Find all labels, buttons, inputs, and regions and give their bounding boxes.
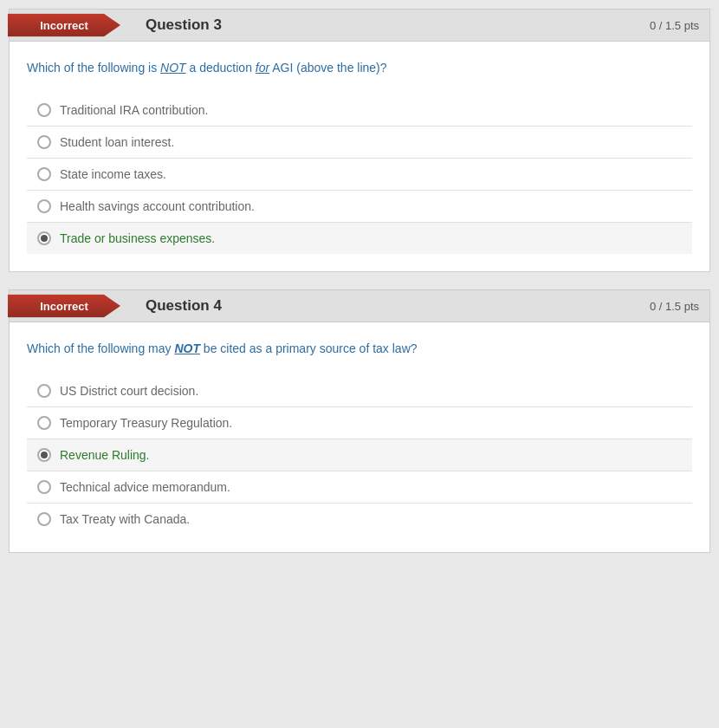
- option-q4d-text: Technical advice memorandum.: [60, 480, 230, 494]
- question-4-body: Which of the following may NOT be cited …: [9, 322, 710, 553]
- question-3-points: 0 / 1.5 pts: [650, 19, 699, 32]
- option-q3a[interactable]: Traditional IRA contribution.: [27, 94, 692, 127]
- option-q3e[interactable]: Trade or business expenses.: [27, 223, 692, 254]
- radio-q4e[interactable]: [37, 512, 51, 526]
- option-q4d[interactable]: Technical advice memorandum.: [27, 471, 692, 504]
- option-q3d-text: Health savings account contribution.: [60, 199, 255, 213]
- radio-q3c[interactable]: [37, 167, 51, 181]
- option-q4b[interactable]: Temporary Treasury Regulation.: [27, 407, 692, 439]
- incorrect-badge-q4: Incorrect: [8, 295, 120, 318]
- option-q3c[interactable]: State income taxes.: [27, 159, 692, 191]
- option-q4c[interactable]: Revenue Ruling.: [27, 439, 692, 471]
- option-q4a[interactable]: US District court decision.: [27, 375, 692, 407]
- radio-q3e[interactable]: [37, 231, 51, 245]
- question-4-block: Incorrect Question 4 0 / 1.5 pts Which o…: [9, 289, 710, 553]
- radio-q3a[interactable]: [37, 103, 51, 117]
- question-3-text: Which of the following is NOT a deductio…: [27, 59, 692, 77]
- radio-q3d[interactable]: [37, 199, 51, 213]
- radio-q4d[interactable]: [37, 480, 51, 494]
- option-q3d[interactable]: Health savings account contribution.: [27, 191, 692, 223]
- question-3-options: Traditional IRA contribution. Student lo…: [27, 94, 692, 254]
- option-q4c-text: Revenue Ruling.: [60, 448, 150, 462]
- question-3-header: Incorrect Question 3 0 / 1.5 pts: [9, 9, 710, 42]
- option-q3c-text: State income taxes.: [60, 167, 166, 181]
- question-4-points: 0 / 1.5 pts: [650, 300, 699, 313]
- option-q4e-text: Tax Treaty with Canada.: [60, 512, 190, 526]
- option-q3b-text: Student loan interest.: [60, 135, 174, 149]
- option-q3b[interactable]: Student loan interest.: [27, 127, 692, 159]
- question-3-body: Which of the following is NOT a deductio…: [9, 42, 710, 272]
- question-4-options: US District court decision. Temporary Tr…: [27, 375, 692, 535]
- radio-q4c-fill: [41, 452, 48, 458]
- option-q3e-text: Trade or business expenses.: [60, 231, 215, 245]
- question-3-title: Question 3: [146, 16, 222, 34]
- option-q3a-text: Traditional IRA contribution.: [60, 103, 208, 117]
- incorrect-badge-q3: Incorrect: [8, 14, 120, 37]
- option-q4a-text: US District court decision.: [60, 384, 198, 398]
- question-4-header: Incorrect Question 4 0 / 1.5 pts: [9, 289, 710, 322]
- question-4-text: Which of the following may NOT be cited …: [27, 340, 692, 358]
- radio-q3b[interactable]: [37, 135, 51, 149]
- radio-q4a[interactable]: [37, 384, 51, 398]
- radio-q4b[interactable]: [37, 416, 51, 430]
- radio-q4c[interactable]: [37, 448, 51, 462]
- question-3-block: Incorrect Question 3 0 / 1.5 pts Which o…: [9, 9, 710, 272]
- radio-q3e-fill: [41, 235, 48, 242]
- question-4-title: Question 4: [146, 297, 222, 315]
- option-q4e[interactable]: Tax Treaty with Canada.: [27, 504, 692, 535]
- option-q4b-text: Temporary Treasury Regulation.: [60, 416, 232, 430]
